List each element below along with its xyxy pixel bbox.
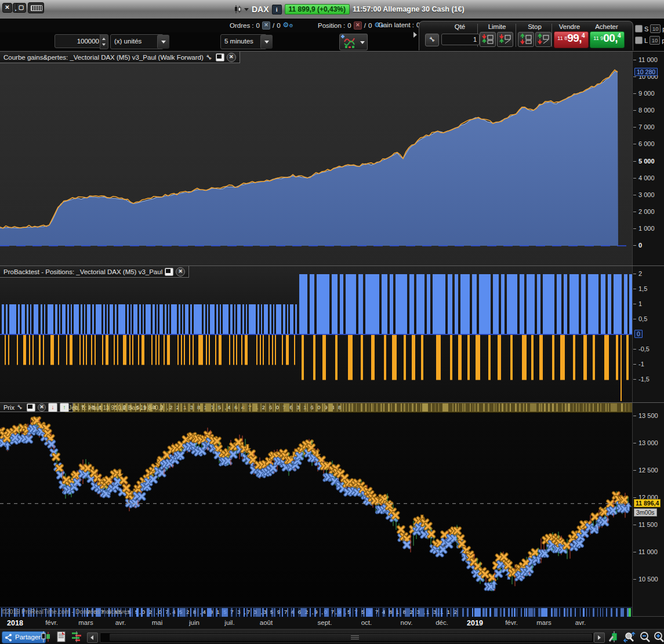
sell-marker bbox=[593, 514, 598, 519]
price-chart-tab[interactable]: Prix 🔧︎ ✕ ↓ ↑ bbox=[0, 403, 73, 412]
close-window-icon[interactable]: ✕ bbox=[2, 3, 12, 13]
qty-header: Qté bbox=[442, 23, 477, 30]
equity-chart-tab[interactable]: Courbe gains&pertes: _Vectorial DAX (M5)… bbox=[0, 52, 240, 63]
info-icon[interactable]: i bbox=[272, 5, 282, 14]
buy-button[interactable]: 11 900,4 bbox=[590, 31, 625, 48]
position-bar bbox=[272, 335, 273, 365]
order-book-icon[interactable] bbox=[72, 631, 82, 642]
zoom-in-icon[interactable] bbox=[653, 631, 663, 642]
position-bar bbox=[409, 274, 414, 334]
position-bar bbox=[520, 274, 524, 334]
limit-pts-input[interactable]: 10 bbox=[650, 36, 660, 45]
time-scrollbar-thumb[interactable] bbox=[110, 634, 592, 641]
trade-tick bbox=[541, 403, 542, 412]
trade-tick bbox=[575, 608, 576, 617]
stop-pts-input[interactable]: 10 bbox=[650, 24, 661, 33]
position-bar bbox=[283, 304, 285, 334]
trade-tick bbox=[371, 403, 372, 412]
close-icon[interactable]: ✕ bbox=[38, 403, 46, 412]
trade-tick bbox=[246, 608, 248, 617]
positions-chart-tab[interactable]: ProBacktest - Positions: _Vectorial DAX … bbox=[0, 266, 189, 278]
instrument-name[interactable]: DAX bbox=[252, 5, 269, 14]
close-icon[interactable]: ✕ bbox=[227, 53, 236, 62]
timeframe-select[interactable]: 5 minutes bbox=[220, 34, 267, 49]
window-icon[interactable] bbox=[27, 403, 35, 412]
sell-marker-icon[interactable]: ↓ bbox=[48, 403, 57, 412]
time-scrollbar[interactable] bbox=[100, 632, 594, 643]
compare-candles-icon[interactable] bbox=[41, 631, 51, 642]
position-bar bbox=[249, 304, 256, 334]
zoom-out-icon[interactable] bbox=[639, 631, 650, 642]
price-chart-plot[interactable] bbox=[0, 412, 632, 607]
position-bar bbox=[194, 304, 202, 334]
scroll-right-button[interactable] bbox=[594, 632, 605, 643]
position-bar bbox=[151, 335, 153, 365]
quantity-stepper[interactable] bbox=[100, 34, 108, 49]
trade-tick bbox=[274, 608, 275, 617]
sell-button[interactable]: 11 899,4 bbox=[554, 31, 589, 48]
buy-marker bbox=[139, 494, 144, 499]
scroll-left-button[interactable] bbox=[87, 632, 98, 643]
trade-settings-wrench-icon[interactable]: 🔧︎ bbox=[425, 34, 439, 46]
position-bar bbox=[614, 274, 622, 334]
position-bar bbox=[246, 304, 247, 334]
axis-tick-label: 6 000 bbox=[638, 140, 655, 147]
trade-tick bbox=[517, 608, 517, 617]
equity-y-axis[interactable]: 11 00010 0009 0008 0007 0006 0005 0004 0… bbox=[632, 52, 664, 266]
edit-candle-icon[interactable] bbox=[608, 631, 618, 642]
axis-tick-label: 3 000 bbox=[638, 191, 655, 198]
share-button[interactable]: Partager bbox=[2, 631, 46, 643]
trade-tick bbox=[187, 608, 187, 617]
close-icon[interactable]: ✕ bbox=[176, 267, 185, 276]
price-chart-panel[interactable]: Prix 🔧︎ ✕ ↓ ↑ 3,2 7 25,5 3 7 ,8 5 5,9 ,4… bbox=[0, 402, 664, 617]
month-label: déc. bbox=[436, 619, 448, 626]
position-bar bbox=[616, 335, 618, 380]
position-bar bbox=[276, 304, 281, 334]
equity-chart-plot[interactable] bbox=[0, 52, 632, 266]
window-icon[interactable] bbox=[165, 268, 173, 276]
sell-marker bbox=[121, 478, 126, 483]
window-icon[interactable] bbox=[216, 53, 224, 61]
add-indicator-button[interactable] bbox=[339, 34, 359, 50]
trade-tick bbox=[570, 608, 572, 617]
price-y-axis[interactable]: 13 50013 00012 50012 00011 50011 00010 5… bbox=[632, 403, 664, 617]
positions-y-axis[interactable]: 21,510,5-0,5-1-1,50 bbox=[632, 266, 664, 403]
trade-tick bbox=[249, 403, 251, 412]
equity-chart-panel[interactable]: Courbe gains&pertes: _Vectorial DAX (M5)… bbox=[0, 51, 664, 266]
units-select-caret[interactable] bbox=[157, 35, 169, 49]
limit-sell-order-button[interactable] bbox=[480, 32, 496, 47]
timeframe-select-caret[interactable] bbox=[260, 35, 273, 49]
notes-list-icon[interactable] bbox=[57, 631, 67, 642]
position-bar bbox=[257, 304, 259, 334]
limit-buy-order-button[interactable] bbox=[497, 32, 513, 47]
wrench-icon[interactable]: 🔧︎ bbox=[206, 54, 213, 61]
keyboard-icon[interactable] bbox=[28, 2, 44, 13]
trade-qty-input[interactable]: 1 bbox=[441, 34, 480, 45]
stop-checkbox[interactable] bbox=[635, 25, 643, 32]
restore-window-icon[interactable]: ▢ bbox=[16, 3, 26, 13]
position-bar bbox=[361, 335, 363, 380]
price-chart-title: Prix bbox=[3, 404, 14, 411]
position-close-icon[interactable]: ✕ bbox=[354, 21, 362, 30]
time-axis[interactable]: 2018févr.marsavr.maijuinjuil.aoûtsept.oc… bbox=[0, 616, 664, 630]
trade-tick bbox=[361, 403, 362, 412]
positions-chart-panel[interactable]: ProBacktest - Positions: _Vectorial DAX … bbox=[0, 265, 664, 403]
stop-buy-order-button[interactable] bbox=[535, 32, 551, 47]
quantity-input[interactable] bbox=[55, 34, 102, 48]
limit-checkbox[interactable] bbox=[635, 37, 643, 44]
positions-chart-plot[interactable] bbox=[0, 266, 632, 403]
instrument-dropdown-caret[interactable] bbox=[244, 8, 249, 11]
units-select[interactable]: (x) unités bbox=[110, 34, 164, 49]
stop-sell-order-button[interactable] bbox=[518, 32, 534, 47]
position-bar bbox=[313, 335, 315, 380]
add-indicator-caret[interactable] bbox=[358, 34, 368, 50]
orders-settings-gear-icon[interactable]: ⚙⚙ bbox=[283, 21, 293, 30]
position-bar bbox=[384, 335, 386, 380]
trade-tick bbox=[474, 608, 481, 617]
orders-list-icon[interactable]: ✕ bbox=[262, 21, 270, 30]
position-bar bbox=[256, 335, 257, 365]
wrench-icon[interactable]: 🔧︎ bbox=[17, 404, 24, 411]
zoom-select-icon[interactable] bbox=[623, 631, 633, 642]
panel-collapse-arrow[interactable] bbox=[413, 32, 417, 38]
buy-marker-icon[interactable]: ↑ bbox=[60, 403, 69, 412]
